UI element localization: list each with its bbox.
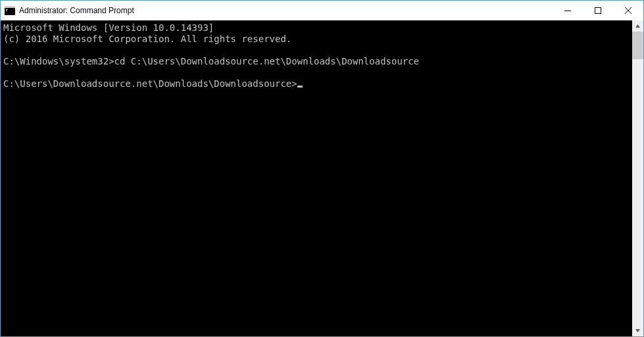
scroll-up-button[interactable]: [632, 20, 643, 32]
terminal-line: Microsoft Windows [Version 10.0.14393]: [3, 22, 632, 34]
titlebar[interactable]: Administrator: Command Prompt: [1, 1, 643, 20]
minimize-button[interactable]: [553, 1, 583, 20]
vertical-scrollbar[interactable]: [632, 20, 643, 336]
prompt-prefix: C:\Users\Downloadsource.net\Downloads\Do…: [3, 78, 297, 89]
terminal-blank-line: [3, 45, 632, 56]
scroll-down-button[interactable]: [632, 325, 643, 336]
terminal-output[interactable]: Microsoft Windows [Version 10.0.14393](c…: [1, 20, 632, 336]
svg-rect-5: [564, 11, 571, 11]
window-title: Administrator: Command Prompt: [19, 6, 134, 15]
cursor-icon: [297, 86, 303, 88]
window-controls: [553, 1, 643, 20]
terminal-line: C:\Windows\system32>cd C:\Users\Download…: [3, 56, 632, 67]
prompt-command: cd C:\Users\Downloadsource.net\Downloads…: [114, 56, 420, 66]
terminal-blank-line: [3, 67, 632, 78]
scroll-track[interactable]: [632, 32, 643, 325]
prompt-prefix: C:\Windows\system32>: [3, 56, 114, 66]
scroll-thumb[interactable]: [632, 32, 643, 59]
close-button[interactable]: [613, 1, 643, 20]
svg-rect-3: [6, 9, 8, 10]
command-prompt-window: Administrator: Command Prompt Microsoft …: [0, 0, 644, 337]
terminal-line: (c) 2016 Microsoft Corporation. All righ…: [3, 34, 632, 45]
svg-rect-6: [595, 7, 601, 13]
cmd-icon: [5, 5, 15, 16]
client-area: Microsoft Windows [Version 10.0.14393](c…: [1, 20, 643, 336]
maximize-button[interactable]: [583, 1, 613, 20]
svg-rect-1: [5, 6, 15, 8]
terminal-line: C:\Users\Downloadsource.net\Downloads\Do…: [3, 78, 632, 90]
svg-rect-4: [6, 11, 7, 11]
